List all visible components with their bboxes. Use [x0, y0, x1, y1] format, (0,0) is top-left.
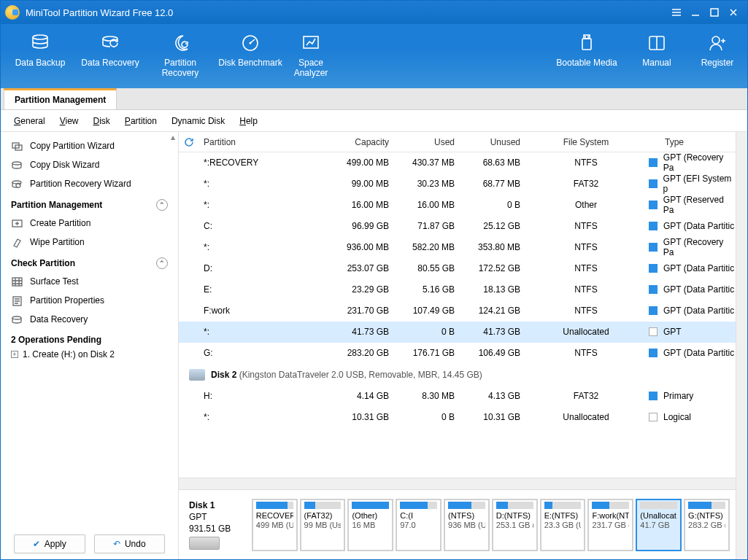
menu-icon[interactable]: [667, 4, 686, 20]
create-icon: [11, 218, 23, 228]
ribbon-data-backup[interactable]: Data Backup: [5, 30, 75, 85]
sidebar-item-wipe-partition[interactable]: Wipe Partition: [1, 233, 178, 252]
sidebar-item-copy-partition-wizard[interactable]: Copy Partition Wizard: [1, 136, 178, 155]
type-color-icon: [649, 327, 658, 336]
svg-point-10: [712, 36, 720, 44]
header-partition[interactable]: Partition: [199, 137, 331, 147]
sidebar-scroll-up-icon[interactable]: ▴: [168, 132, 178, 142]
header-used[interactable]: Used: [396, 137, 462, 147]
svg-rect-16: [12, 278, 22, 286]
header-unused[interactable]: Unused: [462, 137, 528, 147]
table-row[interactable]: *:936.00 MB582.20 MB353.80 MBNTFSGPT (Re…: [179, 237, 736, 258]
sidebar-item-data-recovery[interactable]: Data Recovery: [1, 310, 178, 329]
diskmap-slot[interactable]: RECOVERY499 MB (U: [252, 499, 298, 551]
diskmap-slot[interactable]: (Unallocat41.7 GB: [636, 499, 682, 551]
tab-partition-management[interactable]: Partition Management: [4, 88, 117, 109]
diskmap-slot[interactable]: (Other)16 MB: [347, 499, 393, 551]
type-color-icon: [649, 285, 658, 294]
menu-general[interactable]: General: [14, 116, 45, 126]
cell-used: 176.71 GB: [396, 348, 462, 358]
menu-bar: General View Disk Partition Dynamic Disk…: [1, 110, 747, 132]
table-row[interactable]: *:16.00 MB16.00 MB0 BOtherGPT (Reserved …: [179, 195, 736, 216]
cell-unused: 68.77 MB: [462, 179, 528, 189]
pending-operation-item[interactable]: + 1. Create (H:) on Disk 2: [1, 346, 178, 362]
svg-point-4: [250, 42, 252, 44]
ribbon-toolbar: Data BackupData RecoveryPartition Recove…: [1, 24, 747, 88]
table-row[interactable]: *:99.00 MB30.23 MB68.77 MBFAT32GPT (EFI …: [179, 174, 736, 195]
minimize-icon[interactable]: [686, 4, 705, 20]
maximize-icon[interactable]: [705, 4, 724, 20]
ribbon-label: Bootable Media: [556, 58, 617, 68]
slot-size: 499 MB (U: [256, 521, 293, 529]
diskmap-slot[interactable]: G:(NTFS)283.2 GB (Use: [684, 499, 730, 551]
chevron-up-icon[interactable]: ⌃: [156, 257, 168, 269]
sidebar-item-surface-test[interactable]: Surface Test: [1, 272, 178, 291]
moon-refresh-icon: [169, 33, 192, 53]
sidebar-item-copy-disk-wizard[interactable]: Copy Disk Wizard: [1, 155, 178, 174]
vertical-scrollbar[interactable]: [736, 132, 747, 559]
refresh-icon[interactable]: [179, 137, 199, 147]
diskmap-slot[interactable]: D:(NTFS)253.1 GB (U:: [492, 499, 538, 551]
disk-header-row[interactable]: Disk 2 (Kingston DataTraveler 2.0 USB, R…: [179, 364, 736, 386]
menu-help[interactable]: Help: [239, 116, 258, 126]
type-color-icon: [649, 222, 658, 230]
wipe-icon: [11, 237, 23, 247]
sidebar-item-partition-recovery-wizard[interactable]: Partition Recovery Wizard: [1, 174, 178, 193]
close-icon[interactable]: [724, 4, 743, 20]
svg-rect-7: [582, 39, 591, 50]
table-row[interactable]: C:96.99 GB71.87 GB25.12 GBNTFSGPT (Data …: [179, 216, 736, 237]
ribbon-label: Space Analyzer: [285, 58, 336, 78]
diskmap-slot[interactable]: (NTFS)936 MB (U: [444, 499, 490, 551]
ribbon-bootable-media[interactable]: Bootable Media: [552, 30, 622, 85]
apply-button[interactable]: ✔ Apply: [14, 534, 85, 553]
diskmap-slot[interactable]: F:work(NTF231.7 GB (U: [587, 499, 633, 551]
table-row[interactable]: H:4.14 GB8.30 MB4.13 GBFAT32Primary: [179, 386, 736, 407]
header-capacity[interactable]: Capacity: [331, 137, 396, 147]
menu-view[interactable]: View: [60, 116, 79, 126]
diskmap-slot[interactable]: E:(NTFS)23.3 GB (Us: [540, 499, 586, 551]
slot-name: E:(NTFS): [544, 511, 582, 520]
cell-unused: 4.13 GB: [462, 391, 528, 401]
user-plus-icon: [706, 33, 729, 53]
table-row[interactable]: F:work231.70 GB107.49 GB124.21 GBNTFSGPT…: [179, 300, 736, 322]
ribbon-partition-recovery[interactable]: Partition Recovery: [145, 30, 215, 85]
sidebar-group-partition-management[interactable]: Partition Management ⌃: [1, 193, 178, 214]
sidebar-group-check-partition[interactable]: Check Partition ⌃: [1, 252, 178, 272]
slot-name: G:(NTFS): [688, 511, 725, 520]
undo-label: Undo: [125, 539, 146, 549]
table-row[interactable]: G:283.20 GB176.71 GB106.49 GBNTFSGPT (Da…: [179, 343, 736, 364]
menu-partition[interactable]: Partition: [125, 116, 157, 126]
ribbon-disk-benchmark[interactable]: Disk Benchmark: [215, 30, 285, 85]
header-filesystem[interactable]: File System: [528, 137, 644, 147]
sidebar-item-partition-properties[interactable]: Partition Properties: [1, 291, 178, 310]
undo-button[interactable]: ↶ Undo: [94, 534, 166, 553]
cell-partition: *:: [199, 242, 331, 252]
disk-refresh-icon: [99, 33, 122, 53]
cell-filesystem: Other: [528, 200, 644, 210]
props-icon: [11, 295, 23, 306]
table-row[interactable]: E:23.29 GB5.16 GB18.13 GBNTFSGPT (Data P…: [179, 279, 736, 300]
ribbon-manual[interactable]: Manual: [622, 30, 692, 85]
ribbon-register[interactable]: Register: [692, 30, 743, 85]
table-row[interactable]: *:10.31 GB0 B10.31 GBUnallocatedLogical: [179, 407, 736, 428]
diskmap-slot[interactable]: C:(I97.0: [396, 499, 442, 551]
header-type[interactable]: Type: [644, 137, 736, 147]
slot-size: 936 MB (U: [448, 521, 485, 529]
expand-icon[interactable]: +: [11, 351, 18, 358]
table-row[interactable]: *:RECOVERY499.00 MB430.37 MB68.63 MBNTFS…: [179, 152, 736, 174]
sidebar-item-create-partition[interactable]: Create Partition: [1, 214, 178, 233]
gauge-icon: [239, 33, 262, 53]
table-row[interactable]: D:253.07 GB80.55 GB172.52 GBNTFSGPT (Dat…: [179, 258, 736, 279]
menu-disk[interactable]: Disk: [93, 116, 110, 126]
ribbon-data-recovery[interactable]: Data Recovery: [75, 30, 145, 85]
chevron-up-icon[interactable]: ⌃: [156, 199, 168, 211]
cell-type: GPT (Data Partitic: [644, 263, 736, 273]
ribbon-space-analyzer[interactable]: Space Analyzer: [285, 30, 336, 85]
pending-operations-title: 2 Operations Pending: [1, 329, 178, 346]
diskmap-slot[interactable]: (FAT32)99 MB (Us: [300, 499, 346, 551]
table-row[interactable]: *:41.73 GB0 B41.73 GBUnallocatedGPT: [179, 322, 736, 343]
menu-dynamic-disk[interactable]: Dynamic Disk: [171, 116, 225, 126]
svg-point-18: [12, 316, 21, 319]
horizontal-scrollbar[interactable]: [179, 478, 736, 489]
sidebar-item-label: Wipe Partition: [30, 237, 85, 247]
